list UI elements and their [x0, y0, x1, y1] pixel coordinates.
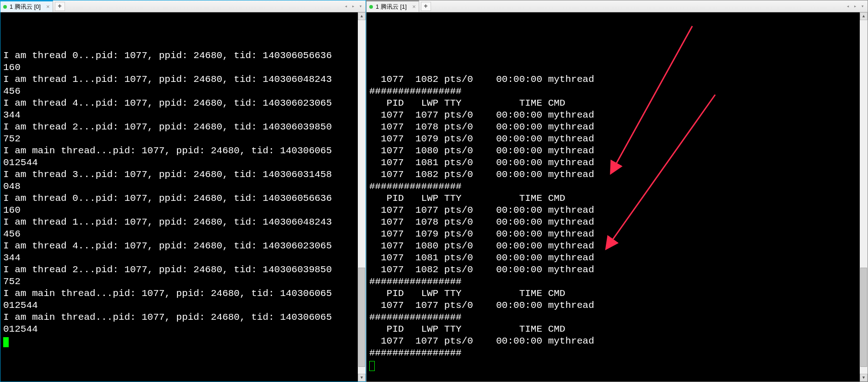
status-dot-icon	[3, 5, 7, 9]
tab-nav-controls: ◂ ▸ ▾	[343, 0, 364, 12]
scrollbar-thumb[interactable]	[860, 268, 867, 366]
terminal-line: 160	[3, 62, 363, 74]
status-dot-icon	[369, 5, 373, 9]
cursor-icon	[369, 361, 375, 371]
terminal-line: 1077 1080 pts/0 00:00:00 mythread	[369, 240, 865, 252]
terminal-line: PID LWP TTY TIME CMD	[369, 193, 865, 204]
terminal-line: 1077 1082 pts/0 00:00:00 mythread	[369, 74, 865, 86]
terminal-line: I am main thread...pid: 1077, ppid: 2468…	[3, 312, 363, 323]
terminal-line: 048	[3, 181, 363, 193]
scrollbar-left[interactable]: ▲ ▼	[358, 12, 366, 382]
terminal-line: 752	[3, 276, 363, 288]
new-tab-button[interactable]: +	[421, 2, 431, 11]
tab-menu-icon[interactable]: ▾	[859, 3, 866, 10]
terminal-line: 1077 1081 pts/0 00:00:00 mythread	[369, 252, 865, 264]
terminal-output-right[interactable]: ▲ ▼ 1077 1082 pts/0 00:00:00 mythread###…	[367, 12, 868, 382]
terminal-window-left: 1 腾讯云 [0] × + ◂ ▸ ▾ ▲ ▼ I am thread 0...…	[0, 0, 366, 382]
scroll-down-icon[interactable]: ▼	[860, 374, 868, 382]
cursor-icon	[3, 337, 9, 347]
tab-label: 1 腾讯云 [1]	[376, 3, 407, 11]
terminal-line: I am thread 4...pid: 1077, ppid: 24680, …	[3, 240, 363, 252]
tab-prev-icon[interactable]: ◂	[343, 3, 349, 10]
terminal-line: PID LWP TTY TIME CMD	[369, 97, 865, 109]
tab-next-icon[interactable]: ▸	[350, 3, 356, 10]
terminal-line: 1077 1082 pts/0 00:00:00 mythread	[369, 169, 865, 181]
terminal-line: I am thread 0...pid: 1077, ppid: 24680, …	[3, 193, 363, 204]
terminal-line: PID LWP TTY TIME CMD	[369, 288, 865, 300]
terminal-line: 456	[3, 86, 363, 97]
terminal-line: 344	[3, 252, 363, 264]
scrollbar-right[interactable]: ▲ ▼	[860, 12, 868, 382]
tab-prev-icon[interactable]: ◂	[845, 3, 851, 10]
terminal-line: 1077 1078 pts/0 00:00:00 mythread	[369, 121, 865, 133]
terminal-line: I am thread 4...pid: 1077, ppid: 24680, …	[3, 97, 363, 109]
terminal-line: I am main thread...pid: 1077, ppid: 2468…	[3, 288, 363, 300]
terminal-line: PID LWP TTY TIME CMD	[369, 323, 865, 335]
terminal-line: 1077 1079 pts/0 00:00:00 mythread	[369, 228, 865, 240]
terminal-line: 1077 1082 pts/0 00:00:00 mythread	[369, 264, 865, 276]
scrollbar-track[interactable]	[860, 20, 868, 374]
scroll-up-icon[interactable]: ▲	[860, 12, 868, 20]
scroll-down-icon[interactable]: ▼	[358, 374, 366, 382]
terminal-line: 1077 1079 pts/0 00:00:00 mythread	[369, 133, 865, 145]
terminal-window-right: 1 腾讯云 [1] × + ◂ ▸ ▾ ▲ ▼ 1077	[366, 0, 868, 382]
tab-menu-icon[interactable]: ▾	[357, 3, 364, 10]
scrollbar-track[interactable]	[358, 20, 366, 374]
terminal-line: 1077 1077 pts/0 00:00:00 mythread	[369, 335, 865, 347]
new-tab-button[interactable]: +	[55, 2, 65, 11]
terminal-line: 1077 1081 pts/0 00:00:00 mythread	[369, 157, 865, 169]
terminal-line: I am thread 2...pid: 1077, ppid: 24680, …	[3, 264, 363, 276]
terminal-line: ################	[369, 312, 865, 323]
terminal-line: 012544	[3, 157, 363, 169]
terminal-line: 160	[3, 204, 363, 216]
terminal-line: I am thread 1...pid: 1077, ppid: 24680, …	[3, 74, 363, 86]
terminal-line: 1077 1078 pts/0 00:00:00 mythread	[369, 216, 865, 228]
terminal-line: 344	[3, 109, 363, 121]
tab-tencent-cloud-0[interactable]: 1 腾讯云 [0] ×	[0, 0, 53, 12]
terminal-line: I am thread 2...pid: 1077, ppid: 24680, …	[3, 121, 363, 133]
tab-next-icon[interactable]: ▸	[852, 3, 858, 10]
close-icon[interactable]: ×	[412, 4, 416, 10]
terminal-line: I am thread 0...pid: 1077, ppid: 24680, …	[3, 50, 363, 62]
tab-bar-right: 1 腾讯云 [1] × + ◂ ▸ ▾	[367, 0, 868, 12]
tab-tencent-cloud-1[interactable]: 1 腾讯云 [1] ×	[367, 0, 419, 12]
terminal-line: 012544	[3, 323, 363, 335]
scroll-up-icon[interactable]: ▲	[358, 12, 366, 20]
tab-bar-left: 1 腾讯云 [0] × + ◂ ▸ ▾	[0, 0, 366, 12]
terminal-line: I am thread 1...pid: 1077, ppid: 24680, …	[3, 216, 363, 228]
terminal-line: I am main thread...pid: 1077, ppid: 2468…	[3, 145, 363, 157]
scrollbar-thumb[interactable]	[358, 268, 365, 366]
terminal-line: 012544	[3, 300, 363, 312]
terminal-line: ################	[369, 86, 865, 97]
terminal-line: 1077 1077 pts/0 00:00:00 mythread	[369, 109, 865, 121]
terminal-line: 752	[3, 133, 363, 145]
terminal-line: ################	[369, 181, 865, 193]
close-icon[interactable]: ×	[46, 4, 50, 10]
tab-nav-controls: ◂ ▸ ▾	[845, 0, 866, 12]
terminal-line: I am thread 3...pid: 1077, ppid: 24680, …	[3, 169, 363, 181]
tab-label: 1 腾讯云 [0]	[10, 3, 41, 11]
terminal-line: 456	[3, 228, 363, 240]
terminal-line: 1077 1080 pts/0 00:00:00 mythread	[369, 145, 865, 157]
terminal-output-left[interactable]: ▲ ▼ I am thread 0...pid: 1077, ppid: 246…	[0, 12, 366, 382]
terminal-line: 1077 1077 pts/0 00:00:00 mythread	[369, 300, 865, 312]
terminal-line: ################	[369, 347, 865, 359]
terminal-line: ################	[369, 276, 865, 288]
terminal-line: 1077 1077 pts/0 00:00:00 mythread	[369, 204, 865, 216]
